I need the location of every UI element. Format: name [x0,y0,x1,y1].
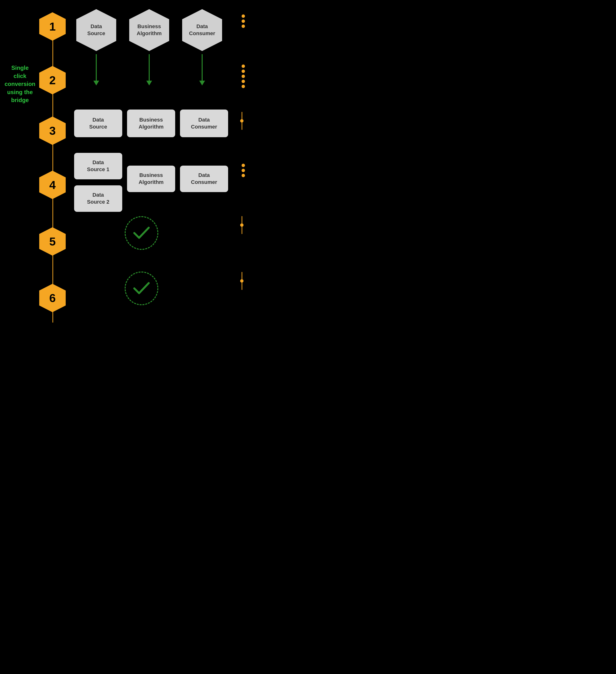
step-5: 5 [37,226,68,257]
rect-data-consumer: DataConsumer [180,110,228,137]
step-1-number: 1 [49,20,56,33]
rect-data-source-2-label: DataSource 2 [87,192,110,205]
header-business-algorithm-label: BusinessAlgorithm [137,23,162,37]
rect-data-source: DataSource [74,110,122,137]
step-3-number: 3 [49,124,56,137]
rect-data-source-label: DataSource [89,116,107,130]
rect-data-consumer-label: DataConsumer [191,116,217,130]
header-data-consumer-label: DataConsumer [189,23,215,37]
step-6: 6 [37,283,68,313]
check-circle-5 [125,216,158,250]
header-data-source: DataSource [74,7,119,53]
rect-data-consumer-4-label: DataConsumer [191,172,217,186]
step-5-number: 5 [49,235,56,248]
step-6-number: 6 [49,292,56,305]
arrow-data-source [93,54,99,86]
step-1: 1 [37,11,68,42]
header-business-algorithm: BusinessAlgorithm [126,7,172,53]
rect-data-source-1-label: DataSource 1 [87,159,110,173]
step-2: 2 [37,65,68,95]
header-data-consumer: DataConsumer [179,7,225,53]
dots-row5 [240,216,244,234]
rect-business-algorithm-4-label: BusinessAlgorithm [139,172,164,186]
rect-data-source-2: DataSource 2 [74,185,122,212]
step-3: 3 [37,116,68,146]
step-4: 4 [37,170,68,200]
dots-row2 [242,65,245,88]
arrow-data-consumer [199,54,205,86]
rect-business-algorithm: BusinessAlgorithm [127,110,175,137]
dots-row4 [242,164,245,177]
side-text: Single clickconversionusing the bridge [4,64,36,104]
diagram-container: 1 2 3 4 [0,0,255,337]
header-data-source-label: DataSource [87,23,105,37]
rect-data-consumer-4: DataConsumer [180,165,228,192]
step-2-number: 2 [49,74,56,87]
dots-row1 [242,14,245,28]
step-4-number: 4 [49,179,56,192]
rect-data-source-1: DataSource 1 [74,153,122,179]
dots-row6 [240,272,244,290]
dots-row3 [240,112,244,130]
arrow-business-algorithm [146,54,152,86]
check-circle-6 [125,271,158,305]
rect-business-algorithm-label: BusinessAlgorithm [139,116,164,130]
rect-business-algorithm-4: BusinessAlgorithm [127,165,175,192]
